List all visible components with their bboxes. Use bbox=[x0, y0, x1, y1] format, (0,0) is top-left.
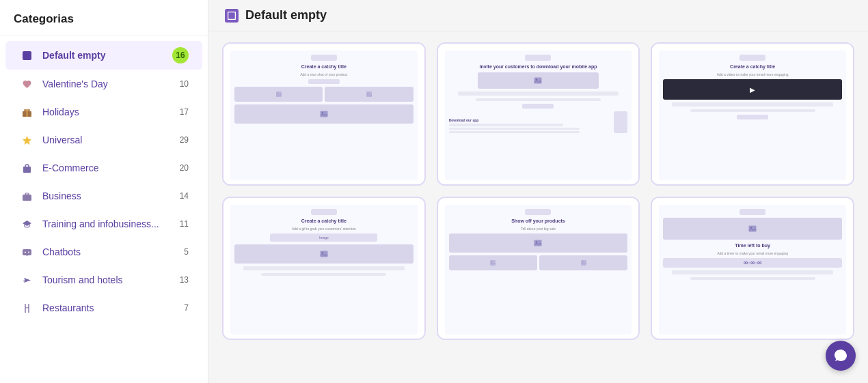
em-benefit bbox=[449, 128, 580, 130]
sidebar-item-count: 16 bbox=[172, 47, 189, 63]
template-inner: Create a catchy title Add a video to mak… bbox=[652, 44, 853, 184]
sidebar-item-count: 7 bbox=[172, 303, 189, 313]
sidebar-item-tourism[interactable]: Tourism and hotels 13 bbox=[5, 266, 202, 294]
svg-rect-14 bbox=[228, 12, 236, 19]
svg-marker-4 bbox=[23, 136, 31, 145]
em-title: Create a catchy title bbox=[301, 218, 347, 224]
sidebar-item-valentines-day[interactable]: Valentine's Day 10 bbox=[5, 70, 202, 98]
svg-rect-23 bbox=[320, 251, 327, 257]
sidebar: Categorias Default empty 16 Valentine's … bbox=[0, 0, 208, 383]
em-desc: Download our app bbox=[449, 118, 612, 133]
sidebar-item-restaurants[interactable]: Restaurants 7 bbox=[5, 294, 202, 322]
sidebar-item-count: 10 bbox=[172, 79, 189, 89]
svg-point-18 bbox=[367, 93, 368, 94]
svg-point-26 bbox=[536, 241, 537, 242]
sidebar-item-label: Default empty bbox=[42, 50, 172, 61]
svg-point-28 bbox=[491, 261, 493, 263]
em-title: Show off your products bbox=[511, 218, 565, 224]
em-download-label: Download our app bbox=[449, 118, 612, 122]
em-video: ▶ bbox=[663, 79, 842, 100]
svg-rect-15 bbox=[276, 91, 282, 97]
sidebar-item-holidays[interactable]: Holidays 17 bbox=[5, 98, 202, 126]
email-mockup: Create a catchy title Add a video to mak… bbox=[659, 51, 846, 180]
template-card-basic-cta[interactable]: Create a catchy title Add a nice shot of… bbox=[222, 42, 426, 186]
chat-button[interactable] bbox=[826, 341, 856, 371]
em-subtitle: Tell about your big sale bbox=[521, 227, 556, 231]
header-icon bbox=[225, 9, 239, 23]
sidebar-item-label: Restaurants bbox=[42, 302, 172, 313]
svg-point-32 bbox=[750, 227, 752, 228]
em-img-large bbox=[449, 233, 628, 253]
sidebar-item-training[interactable]: Training and infobusiness... 11 bbox=[5, 210, 202, 238]
em-countdown-text: 00 : 00 : 00 bbox=[744, 261, 761, 265]
em-text-sm bbox=[690, 109, 815, 112]
em-title: Create a catchy title bbox=[730, 63, 775, 70]
heart-icon bbox=[19, 76, 34, 91]
svg-point-24 bbox=[322, 252, 323, 253]
em-benefit bbox=[449, 131, 580, 133]
template-card-video-cta[interactable]: Create a catchy title Add a video to mak… bbox=[651, 42, 854, 186]
sidebar-item-default-empty[interactable]: Default empty 16 bbox=[5, 41, 202, 70]
email-mockup: Show off your products Tell about your b… bbox=[445, 205, 632, 335]
template-card-gif-cta[interactable]: Create a catchy title Add a gif to grab … bbox=[222, 197, 426, 340]
em-title: Invite your customers to download your m… bbox=[480, 63, 597, 70]
em-img-placeholder bbox=[539, 255, 627, 270]
svg-rect-31 bbox=[749, 226, 757, 232]
email-mockup: Create a catchy title Add a gif to grab … bbox=[230, 205, 418, 335]
em-play-icon: ▶ bbox=[750, 86, 755, 94]
sidebar-item-label: E-Commerce bbox=[42, 162, 172, 173]
sidebar-item-count: 14 bbox=[172, 191, 189, 201]
svg-rect-6 bbox=[23, 195, 31, 201]
briefcase-icon bbox=[19, 188, 34, 203]
em-text-block bbox=[672, 102, 832, 107]
template-inner: Create a catchy title Add a gif to grab … bbox=[223, 198, 424, 339]
em-images-row bbox=[449, 255, 628, 270]
em-logo bbox=[740, 209, 765, 215]
plane-icon bbox=[19, 272, 34, 287]
em-logo bbox=[525, 209, 551, 215]
template-card-countdown[interactable]: Time left to buy Add a timer to make you… bbox=[651, 197, 854, 340]
email-mockup: Create a catchy title Add a nice shot of… bbox=[230, 51, 418, 180]
template-inner: Create a catchy title Add a nice shot of… bbox=[223, 44, 424, 184]
svg-marker-8 bbox=[23, 221, 31, 226]
svg-rect-7 bbox=[25, 193, 29, 195]
sidebar-item-ecommerce[interactable]: E-Commerce 20 bbox=[5, 154, 202, 182]
sidebar-item-chatbots[interactable]: Chatbots 5 bbox=[5, 238, 202, 266]
star-icon bbox=[19, 132, 34, 147]
sidebar-list: Default empty 16 Valentine's Day 10 Holi… bbox=[0, 36, 208, 383]
em-subtitle: Add a timer to make your email more enga… bbox=[717, 251, 788, 255]
template-card-products[interactable]: Show off your products Tell about your b… bbox=[437, 197, 640, 340]
sidebar-item-label: Training and infobusiness... bbox=[42, 218, 172, 229]
email-mockup: Invite your customers to download your m… bbox=[445, 51, 632, 180]
graduation-icon bbox=[19, 216, 34, 231]
main-header: Default empty bbox=[208, 0, 868, 31]
template-inner: Show off your products Tell about your b… bbox=[438, 198, 639, 339]
svg-rect-21 bbox=[534, 78, 542, 84]
sidebar-item-count: 17 bbox=[172, 107, 189, 117]
template-card-mobile-app[interactable]: Invite your customers to download your m… bbox=[437, 42, 640, 186]
sidebar-item-count: 13 bbox=[172, 275, 189, 285]
bag-icon bbox=[19, 160, 34, 175]
em-img-placeholder bbox=[325, 87, 413, 102]
email-mockup: Time left to buy Add a timer to make you… bbox=[659, 205, 846, 335]
svg-rect-27 bbox=[490, 260, 496, 266]
em-img-large bbox=[663, 218, 842, 240]
em-logo bbox=[311, 55, 337, 61]
em-text-block bbox=[458, 91, 619, 96]
fork-icon bbox=[19, 300, 34, 315]
sidebar-item-label: Chatbots bbox=[42, 246, 172, 257]
sidebar-item-business[interactable]: Business 14 bbox=[5, 182, 202, 210]
em-text-sm bbox=[261, 273, 386, 276]
svg-point-20 bbox=[322, 112, 323, 113]
em-text-sm bbox=[690, 277, 815, 280]
square-icon bbox=[19, 48, 34, 63]
em-img-large bbox=[234, 104, 413, 124]
gift-icon bbox=[19, 104, 34, 119]
sidebar-title: Categorias bbox=[0, 0, 208, 36]
svg-rect-0 bbox=[23, 51, 31, 60]
em-phone-row: Download our app bbox=[449, 111, 628, 133]
em-text-sm bbox=[476, 98, 601, 101]
sidebar-item-universal[interactable]: Universal 29 bbox=[5, 126, 202, 154]
em-logo bbox=[525, 55, 551, 61]
sidebar-item-label: Valentine's Day bbox=[42, 79, 172, 89]
